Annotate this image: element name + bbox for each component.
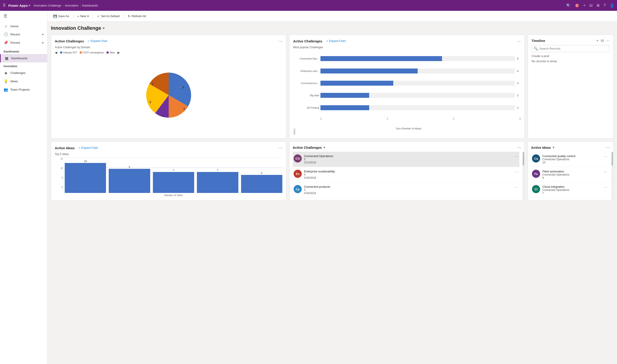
refresh-icon: ↻ [128, 14, 131, 18]
sidebar: ☰ ⌂ Home 🕐 Recent ▾ 📌 Pinned ▾ Dashboard… [0, 11, 47, 364]
timeline-filter-icon[interactable]: ⛁ [601, 39, 604, 43]
bar-expand-button[interactable]: ⤢ Expand Chart [326, 39, 346, 43]
ideas-bar-title: Active Ideas [55, 146, 75, 150]
add-icon[interactable]: + [583, 3, 585, 7]
pie-card-title: Active Challenges [55, 39, 84, 43]
idea-val-2: 7 [542, 192, 602, 195]
save-as-button[interactable]: 💾 Save As [51, 13, 71, 19]
idea-menu-0[interactable]: ⋯ [604, 154, 607, 159]
svg-text:1: 1 [162, 114, 163, 117]
idea-sub-0: Connected Operations [542, 158, 602, 161]
timeline-add-icon[interactable]: + [596, 39, 599, 43]
timeline-no-records: No records to show. [532, 60, 610, 63]
sidebar-item-team-projects[interactable]: 👥 Team Projects [0, 85, 47, 94]
sidebar-item-challenges[interactable]: ◈ Challenges [0, 69, 47, 77]
sidebar-item-recent[interactable]: 🕐 Recent ▾ [0, 30, 47, 39]
timeline-create-post[interactable]: Create a post [532, 54, 610, 58]
pie-card-menu-icon[interactable]: ⋯ [278, 39, 282, 43]
bar-val-2: 3 [517, 82, 521, 85]
ideas-list-menu-icon[interactable]: ⋯ [606, 145, 610, 150]
expand-pie-icon: ⤢ [88, 39, 90, 43]
ideas-bar-chart: 15 10 5 0 [55, 157, 282, 193]
set-default-button[interactable]: ✓ Set As Default [95, 13, 122, 19]
app-chevron-icon[interactable]: ▾ [29, 4, 30, 7]
challenge-count-2: 3 [304, 188, 513, 192]
sidebar-item-ideas[interactable]: 💡 Ideas [0, 77, 47, 85]
app-name[interactable]: Power Apps [8, 4, 28, 7]
hamburger-button[interactable]: ☰ [0, 11, 47, 21]
idea-menu-2[interactable]: ⋯ [604, 185, 607, 189]
challenges-list-chevron-icon[interactable]: ▾ [324, 146, 325, 149]
bar-row-2: Connected pro... 3 [296, 81, 521, 86]
sidebar-item-home[interactable]: ⌂ Home [0, 22, 47, 30]
sidebar-item-dashboards[interactable]: ▦ Dashboards [0, 54, 47, 63]
bar-fill-1 [321, 68, 418, 74]
challenges-list-header-wrapper: Active Challenges ▾ ⋯ [290, 142, 524, 152]
challenges-scrollbar[interactable] [523, 152, 524, 200]
breadcrumb-section: Innovation [65, 4, 79, 7]
timeline-search-icon: 🔍 [534, 46, 538, 51]
ideas-bar-v-container: 15 10 5 0 [55, 157, 282, 196]
legend-prev-icon[interactable]: ◀ [55, 51, 57, 54]
ideas-list-header: Active Ideas ▾ ⋯ [531, 145, 610, 150]
expand-ideas-icon: ⤢ [78, 146, 80, 149]
bar-track-4 [321, 105, 515, 110]
idea-content-1: Fleet automation Connected Operations 8 [542, 170, 602, 179]
bar-card-menu-icon[interactable]: ⋯ [517, 39, 521, 43]
ideas-scrollbar[interactable] [611, 152, 613, 200]
breadcrumb-sep: › [63, 4, 63, 7]
challenge-title-2: Connected products [304, 185, 513, 188]
target-icon[interactable]: 🎯 [575, 3, 579, 8]
refresh-all-button[interactable]: ↻ Refresh All [126, 13, 148, 19]
ideas-bar-header: Active Ideas ⤢ Expand Chart ⋯ [55, 145, 282, 150]
timeline-search-input[interactable] [539, 47, 607, 50]
filter-icon[interactable]: ⛁ [590, 3, 592, 8]
user-icon[interactable]: 👤 [610, 3, 614, 8]
help-icon[interactable]: ? [604, 3, 606, 7]
idea-item-2[interactable]: Cl Cloud integration Connected Operation… [531, 182, 608, 198]
ideas-expand-button[interactable]: ⤢ Expand Chart [78, 146, 98, 149]
idea-item-1[interactable]: Fa Fleet automation Connected Operations… [531, 167, 608, 182]
new-button[interactable]: + New ▾ [75, 13, 91, 19]
bar-v-fill-3 [197, 172, 238, 193]
idea-menu-1[interactable]: ⋯ [604, 170, 607, 174]
idea-item-0[interactable]: Cq Connected quality control Connected O… [531, 152, 608, 167]
legend-next-icon[interactable]: ▶ [118, 51, 120, 54]
challenge-menu-1[interactable]: ⋯ [515, 170, 518, 174]
pie-expand-button[interactable]: ⤢ Expand Chart [88, 39, 107, 43]
timeline-search-box[interactable]: 🔍 [532, 45, 610, 52]
svg-text:2: 2 [149, 100, 151, 104]
challenges-list-menu-icon[interactable]: ⋯ [517, 145, 521, 150]
new-label: New [80, 14, 86, 18]
home-icon: ⌂ [4, 24, 8, 28]
bar-track-1 [321, 68, 515, 74]
search-icon[interactable]: 🔍 [566, 3, 571, 8]
breadcrumb-page: Dashboards [82, 4, 98, 7]
breadcrumb-app[interactable]: Innovation Challenge [34, 4, 61, 7]
bar-val-0: 5 [517, 57, 521, 60]
challenge-menu-0[interactable]: ⋯ [515, 154, 518, 159]
timeline-menu-icon[interactable]: ⋯ [606, 39, 610, 43]
grid-icon[interactable]: ⠿ [3, 3, 6, 8]
ideas-list-chevron-icon[interactable]: ▾ [553, 146, 554, 149]
challenges-scrollbar-thumb [523, 152, 524, 166]
new-plus-icon: + [77, 14, 79, 18]
refresh-label: Refresh All [132, 14, 146, 18]
bar-val-3: 2 [517, 94, 521, 97]
challenge-item-0[interactable]: CO Connected Operations 5 3/12/2018 ⋯ [293, 152, 519, 167]
idea-avatar-2: Cl [532, 185, 540, 193]
challenge-item-2[interactable]: Cp Connected products 3 4/16/2018 ⋯ [293, 182, 519, 198]
settings-icon[interactable]: ⚙ [596, 3, 600, 8]
sidebar-item-pinned[interactable]: 📌 Pinned ▾ [0, 39, 47, 47]
legend-dot-itot [80, 52, 82, 54]
ideas-bar-menu-icon[interactable]: ⋯ [278, 145, 282, 150]
legend-item-itot: IT/OT convergence [80, 51, 104, 54]
idea-sub-2: Connected Operations [542, 188, 602, 192]
sidebar-label-challenges: Challenges [10, 71, 26, 75]
idea-val-0: 10 [542, 161, 602, 164]
challenge-menu-2[interactable]: ⋯ [515, 185, 518, 189]
challenge-item-1[interactable]: Es Enterprise sustainability 4 4/16/2018… [293, 167, 519, 182]
bar-v-col-0: 10 [65, 160, 106, 193]
dashboard-title-chevron-icon[interactable]: ▾ [103, 26, 104, 30]
bar-v-fill-0 [65, 163, 106, 193]
